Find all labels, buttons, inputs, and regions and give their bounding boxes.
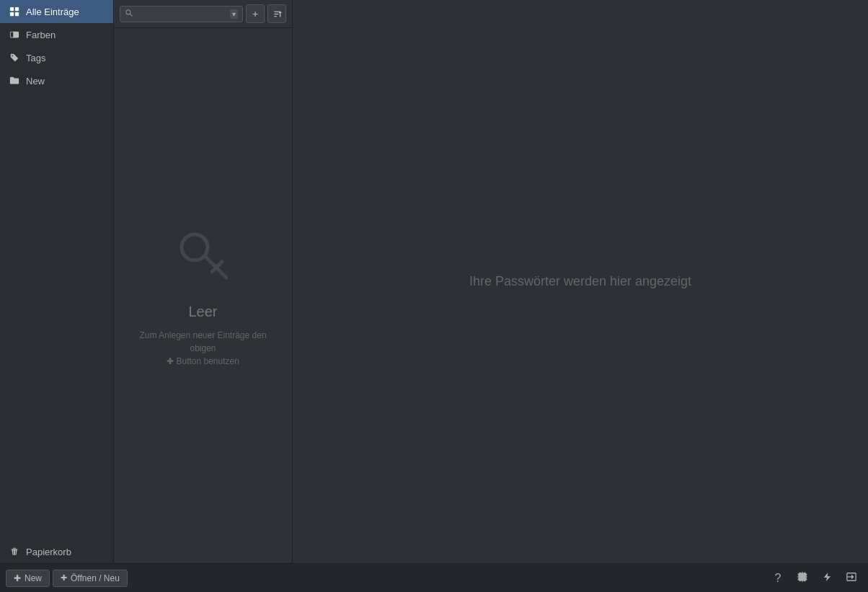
- plus-icon-hint: ✚: [167, 356, 176, 366]
- svg-rect-3: [15, 12, 19, 16]
- sort-button[interactable]: [267, 4, 286, 23]
- sidebar-item-tags-label: Tags: [26, 53, 45, 63]
- sidebar-item-tags[interactable]: Tags: [0, 46, 113, 69]
- grid-icon: [9, 6, 20, 17]
- bottom-open-new-label: Öffnen / Neu: [71, 573, 120, 583]
- sidebar-item-farben-label: Farben: [26, 30, 56, 40]
- bottom-new-label: New: [25, 573, 42, 583]
- key-icon: [174, 224, 232, 292]
- sidebar-spacer: [0, 92, 113, 540]
- label-icon: [9, 29, 20, 40]
- svg-line-15: [212, 266, 218, 272]
- empty-hint-line1: Zum Anlegen neuer Einträge den obigen: [139, 330, 266, 353]
- svg-point-6: [126, 9, 130, 14]
- svg-rect-1: [15, 7, 19, 11]
- folder-icon: [9, 75, 20, 87]
- search-icon: [125, 9, 133, 19]
- bottom-new-button[interactable]: ✚ New: [6, 570, 50, 587]
- bottom-open-icon: ✚: [61, 573, 67, 583]
- search-input[interactable]: [136, 9, 227, 19]
- bolt-icon: [822, 572, 832, 585]
- svg-rect-5: [11, 32, 14, 37]
- tag-icon: [9, 52, 20, 63]
- bottom-bar: ✚ New ✚ Öffnen / Neu ?: [0, 563, 868, 592]
- svg-rect-0: [10, 7, 14, 11]
- search-wrapper: ▾: [120, 6, 243, 22]
- middle-panel: ▾ +: [114, 0, 293, 563]
- sidebar-item-alle-eintraege[interactable]: Alle Einträge: [0, 0, 113, 23]
- bottom-open-new-button[interactable]: ✚ Öffnen / Neu: [53, 570, 128, 587]
- sidebar-item-papierkorb-label: Papierkorb: [26, 547, 71, 557]
- sidebar-item-new-label: New: [26, 76, 45, 87]
- sidebar-item-alle-eintraege-label: Alle Einträge: [26, 6, 79, 17]
- svg-rect-2: [10, 12, 14, 16]
- export-icon: [846, 572, 856, 585]
- svg-line-7: [130, 14, 133, 16]
- empty-hint: Zum Anlegen neuer Einträge den obigen ✚ …: [128, 329, 278, 368]
- sidebar-item-new[interactable]: New: [0, 69, 113, 92]
- empty-title: Leer: [188, 304, 217, 320]
- bolt-button[interactable]: [816, 567, 838, 589]
- bottom-new-icon: ✚: [14, 573, 21, 583]
- sidebar: Alle Einträge Farben Tags: [0, 0, 114, 563]
- search-dropdown-button[interactable]: ▾: [230, 9, 238, 19]
- sidebar-item-papierkorb[interactable]: Papierkorb: [0, 540, 113, 563]
- sidebar-item-farben[interactable]: Farben: [0, 23, 113, 46]
- empty-hint-line2: Button benutzen: [176, 356, 239, 366]
- right-panel: Ihre Passwörter werden hier angezeigt: [293, 0, 868, 563]
- trash-icon: [9, 546, 20, 557]
- settings-button[interactable]: [792, 567, 813, 589]
- app-container: Alle Einträge Farben Tags: [0, 0, 868, 563]
- gear-icon: [797, 571, 808, 586]
- search-bar: ▾ +: [114, 0, 292, 28]
- add-entry-button[interactable]: +: [246, 4, 265, 23]
- help-button[interactable]: ?: [767, 567, 789, 589]
- export-button[interactable]: [841, 567, 862, 589]
- empty-state: Leer Zum Anlegen neuer Einträge den obig…: [114, 28, 292, 563]
- help-icon: ?: [775, 572, 781, 585]
- right-panel-placeholder: Ihre Passwörter werden hier angezeigt: [469, 274, 691, 289]
